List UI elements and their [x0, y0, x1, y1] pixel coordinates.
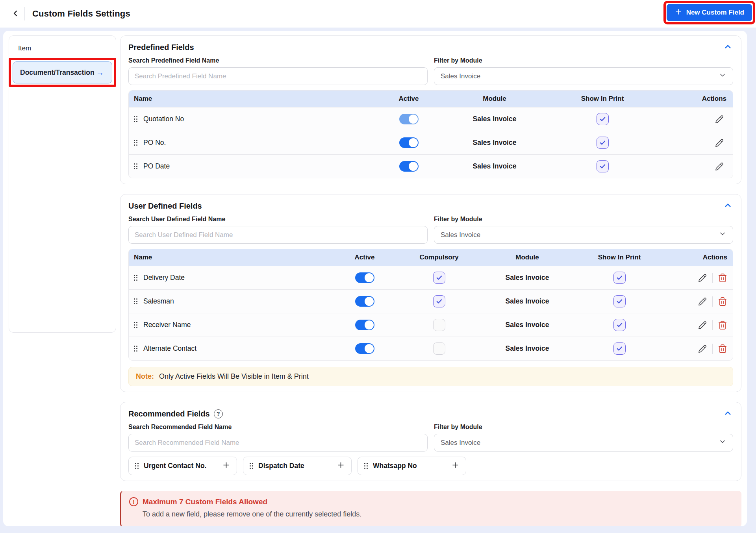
add-field-plus-icon[interactable] — [222, 461, 230, 471]
drag-handle-icon[interactable] — [134, 346, 137, 352]
recommended-module-select[interactable]: Sales Invoice — [434, 434, 733, 452]
active-toggle[interactable] — [399, 137, 419, 148]
predefined-module-value: Sales Invoice — [441, 72, 480, 80]
edit-button[interactable] — [715, 115, 724, 124]
drag-handle-icon[interactable] — [134, 163, 137, 170]
predefined-module-select[interactable]: Sales Invoice — [434, 67, 733, 85]
predefined-search-label: Search Predefined Field Name — [128, 57, 428, 65]
show-in-print-checkbox[interactable] — [613, 319, 626, 331]
custom-fields-settings-page: Custom Fields Settings New Custom Field … — [0, 0, 756, 533]
user-defined-module-select[interactable]: Sales Invoice — [434, 226, 733, 244]
compulsory-checkbox[interactable] — [433, 272, 445, 284]
sidebar-item-document-transaction[interactable]: Document/Transaction → — [13, 61, 112, 83]
user-defined-search-input[interactable] — [128, 226, 428, 244]
show-in-print-checkbox[interactable] — [597, 160, 609, 172]
edit-button[interactable] — [698, 297, 707, 306]
recommended-filter-label: Filter by Module — [434, 423, 733, 431]
drag-handle-icon[interactable] — [134, 275, 137, 281]
edit-button[interactable] — [715, 138, 724, 148]
chevron-up-icon — [723, 409, 732, 419]
recommended-chips: Urgent Contact No. Dispatch Date — [128, 457, 733, 475]
new-custom-field-label: New Custom Field — [686, 9, 744, 17]
drag-handle-icon[interactable] — [134, 322, 137, 328]
chip-label: Whatsapp No — [373, 462, 417, 470]
collapse-predefined-button[interactable] — [722, 42, 733, 53]
show-in-print-checkbox[interactable] — [613, 295, 626, 307]
edit-button[interactable] — [698, 344, 707, 353]
predefined-search-input[interactable] — [128, 67, 428, 85]
max-fields-error-banner: ! Maximum 7 Custom Fields Allowed To add… — [120, 491, 741, 526]
show-in-print-checkbox[interactable] — [597, 113, 609, 125]
drag-handle-icon[interactable] — [134, 298, 137, 305]
active-toggle[interactable] — [399, 114, 419, 124]
user-defined-search-label: Search User Defined Field Name — [128, 215, 428, 223]
show-in-print-checkbox[interactable] — [613, 272, 626, 284]
recommended-chip-whatsapp-no[interactable]: Whatsapp No — [358, 457, 466, 475]
error-message: To add a new field, please remove one of… — [143, 510, 741, 518]
recommended-fields-title: Recommended Fields — [128, 409, 210, 418]
delete-button[interactable] — [718, 297, 727, 306]
help-icon[interactable]: ? — [214, 409, 223, 418]
plus-icon — [674, 8, 682, 18]
edit-button[interactable] — [698, 320, 707, 330]
back-button[interactable] — [9, 8, 21, 20]
arrow-right-icon: → — [96, 68, 104, 77]
collapse-user-defined-button[interactable] — [722, 200, 733, 211]
recommended-chip-urgent-contact[interactable]: Urgent Contact No. — [128, 457, 237, 475]
active-toggle[interactable] — [355, 272, 374, 283]
sidebar-item-label: Document/Transaction — [20, 68, 94, 77]
drag-handle-icon[interactable] — [250, 463, 253, 469]
user-defined-fields-table: Name Active Compulsory Module Show In Pr… — [128, 249, 733, 361]
sidebar: Item Document/Transaction → — [9, 35, 116, 333]
page-header: Custom Fields Settings New Custom Field — [0, 0, 756, 28]
drag-handle-icon[interactable] — [135, 463, 139, 469]
field-name: PO No. — [143, 139, 166, 147]
recommended-search-label: Search Recommended Field Name — [128, 423, 428, 431]
col-show-in-print: Show In Print — [598, 254, 641, 261]
edit-button[interactable] — [715, 162, 724, 171]
module-value: Sales Invoice — [506, 344, 549, 353]
active-toggle[interactable] — [355, 296, 374, 307]
collapse-recommended-button[interactable] — [722, 408, 733, 419]
field-name: Alternate Contact — [143, 344, 196, 353]
add-field-plus-icon[interactable] — [451, 461, 460, 471]
active-toggle[interactable] — [355, 343, 374, 354]
field-name: Receiver Name — [143, 321, 191, 329]
chevron-down-icon — [719, 438, 726, 448]
recommended-chip-dispatch-date[interactable]: Dispatch Date — [243, 457, 352, 475]
compulsory-checkbox[interactable] — [433, 342, 445, 355]
table-row: Receiver Name Sales Invoice — [129, 313, 733, 337]
drag-handle-icon[interactable] — [134, 140, 137, 146]
delete-button[interactable] — [718, 320, 727, 330]
edit-button[interactable] — [698, 273, 707, 283]
actions-divider — [712, 320, 713, 330]
active-toggle[interactable] — [399, 161, 419, 172]
drag-handle-icon[interactable] — [134, 116, 137, 122]
chevron-up-icon — [723, 201, 732, 211]
delete-button[interactable] — [718, 273, 727, 283]
active-toggle[interactable] — [355, 320, 374, 330]
annotation-box-document-transaction: Document/Transaction → — [9, 58, 116, 87]
show-in-print-checkbox[interactable] — [613, 342, 626, 355]
chip-label: Dispatch Date — [258, 462, 304, 470]
new-custom-field-button[interactable]: New Custom Field — [667, 4, 752, 21]
compulsory-checkbox[interactable] — [433, 319, 445, 331]
recommended-search-input[interactable] — [128, 434, 428, 452]
user-defined-filter-label: Filter by Module — [434, 215, 733, 223]
drag-handle-icon[interactable] — [364, 463, 368, 469]
show-in-print-checkbox[interactable] — [597, 137, 609, 149]
col-actions: Actions — [703, 254, 733, 261]
field-name: Quotation No — [143, 115, 184, 123]
compulsory-checkbox[interactable] — [433, 295, 445, 307]
settings-card: Item Document/Transaction → Predefined F… — [3, 31, 747, 526]
delete-button[interactable] — [718, 344, 727, 353]
table-row: Quotation No Sales Invoice — [129, 107, 733, 131]
chevron-up-icon — [723, 42, 732, 52]
add-field-plus-icon[interactable] — [337, 461, 345, 471]
col-active: Active — [398, 95, 419, 103]
chevron-down-icon — [719, 71, 726, 81]
user-defined-table-header: Name Active Compulsory Module Show In Pr… — [129, 249, 733, 266]
sidebar-group-label: Item — [9, 41, 116, 58]
page-title: Custom Fields Settings — [32, 9, 130, 19]
table-row: Alternate Contact Sales Invoice — [129, 337, 733, 360]
